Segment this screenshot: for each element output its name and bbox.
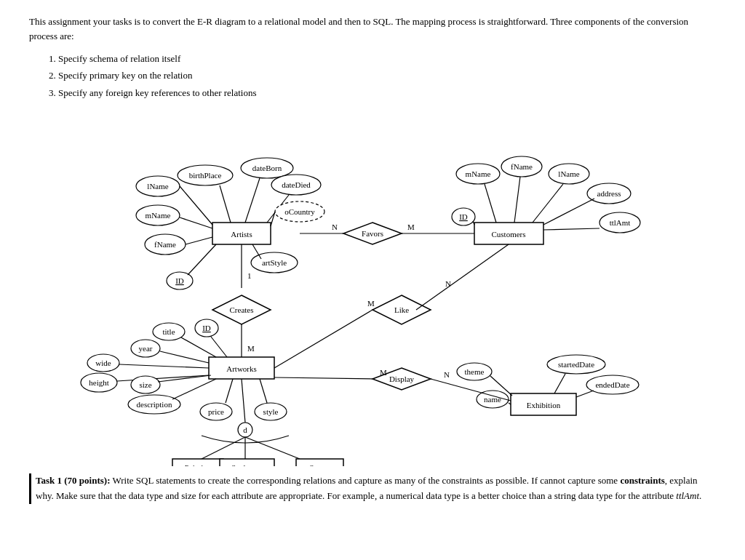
- er-diagram: text { font-family: 'Times New Roman', T…: [45, 110, 700, 466]
- svg-text:fName: fName: [511, 162, 533, 171]
- intro-paragraph: This assignment your tasks is to convert…: [29, 15, 716, 43]
- svg-line-74: [119, 364, 209, 368]
- svg-text:M: M: [247, 344, 255, 353]
- constraints-bold: constraints: [620, 475, 664, 486]
- svg-text:d: d: [243, 425, 247, 434]
- svg-line-42: [543, 199, 594, 225]
- svg-line-106: [554, 374, 565, 393]
- svg-text:N: N: [444, 370, 450, 379]
- svg-text:theme: theme: [465, 367, 485, 376]
- svg-line-68: [211, 337, 227, 357]
- svg-line-22: [186, 237, 212, 244]
- svg-line-112: [274, 377, 372, 379]
- svg-line-36: [514, 177, 520, 223]
- svg-text:Customers: Customers: [491, 230, 525, 239]
- svg-text:startedDate: startedDate: [558, 360, 594, 369]
- svg-line-118: [242, 379, 245, 423]
- svg-line-45: [543, 228, 599, 230]
- intro-list: Specify schema of relation itself Specif…: [58, 50, 716, 101]
- svg-line-77: [117, 375, 209, 381]
- svg-text:ID: ID: [459, 212, 468, 221]
- svg-text:Favors: Favors: [362, 229, 383, 238]
- svg-text:ID: ID: [175, 276, 184, 285]
- svg-text:ttlAmt: ttlAmt: [610, 218, 631, 227]
- svg-line-92: [274, 310, 372, 368]
- svg-text:height: height: [89, 378, 109, 387]
- svg-text:Sculpture: Sculpture: [231, 463, 262, 466]
- svg-text:oCountry: oCountry: [284, 207, 315, 216]
- task-section: Task 1 (70 points): Write SQL statements…: [29, 473, 716, 504]
- svg-text:Creates: Creates: [230, 305, 254, 314]
- svg-line-10: [245, 178, 260, 223]
- svg-text:price: price: [208, 407, 224, 416]
- svg-text:dateBorn: dateBorn: [252, 164, 282, 172]
- svg-text:dateDied: dateDied: [282, 180, 311, 189]
- svg-text:M: M: [380, 368, 387, 377]
- svg-text:fName: fName: [154, 240, 176, 249]
- svg-text:birthPlace: birthPlace: [189, 171, 222, 180]
- svg-text:artStyle: artStyle: [262, 258, 287, 267]
- svg-text:Painting: Painting: [185, 463, 212, 466]
- svg-text:Artworks: Artworks: [226, 364, 257, 373]
- svg-text:description: description: [137, 400, 172, 409]
- ttlamt-italic: ttlAmt: [676, 490, 699, 501]
- svg-text:M: M: [407, 223, 415, 231]
- svg-text:1: 1: [247, 271, 252, 280]
- svg-text:M: M: [367, 299, 375, 308]
- svg-line-114: [431, 379, 511, 401]
- svg-text:ID: ID: [202, 324, 211, 332]
- svg-text:Statue: Statue: [309, 463, 330, 466]
- svg-text:Like: Like: [394, 305, 409, 314]
- svg-line-25: [188, 244, 216, 275]
- svg-line-83: [172, 379, 216, 399]
- svg-text:wide: wide: [95, 359, 111, 367]
- svg-text:Display: Display: [389, 375, 415, 383]
- svg-text:address: address: [597, 189, 621, 198]
- svg-line-80: [158, 375, 211, 382]
- svg-line-16: [271, 212, 275, 226]
- svg-text:title: title: [162, 327, 175, 336]
- svg-line-65: [181, 337, 216, 357]
- svg-text:lName: lName: [558, 169, 579, 178]
- svg-line-7: [220, 185, 231, 223]
- svg-text:style: style: [263, 407, 279, 416]
- svg-text:size: size: [139, 380, 151, 389]
- task-label: Task 1 (70 points):: [36, 475, 110, 486]
- svg-line-89: [260, 379, 267, 403]
- svg-line-119: [202, 437, 245, 459]
- svg-line-94: [416, 244, 509, 310]
- svg-line-71: [160, 351, 209, 363]
- svg-text:Artists: Artists: [231, 230, 252, 239]
- svg-text:year: year: [139, 344, 153, 353]
- svg-line-33: [485, 184, 496, 223]
- svg-line-86: [226, 379, 233, 403]
- svg-text:Exhibition: Exhibition: [527, 401, 561, 409]
- svg-text:lName: lName: [147, 182, 168, 191]
- svg-text:N: N: [332, 223, 338, 231]
- svg-line-109: [576, 391, 594, 397]
- svg-text:endedDate: endedDate: [595, 380, 629, 389]
- svg-text:mName: mName: [146, 211, 171, 220]
- svg-text:N: N: [445, 279, 451, 288]
- svg-text:mName: mName: [466, 169, 491, 178]
